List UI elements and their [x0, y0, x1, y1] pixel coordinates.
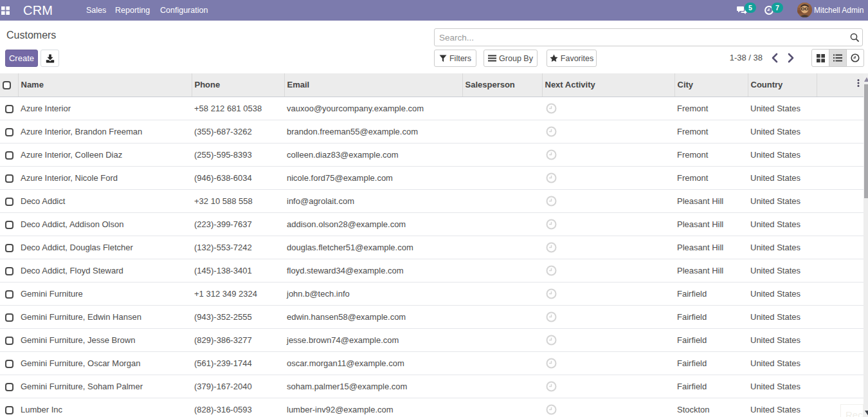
row-checkbox[interactable]: [5, 267, 14, 275]
cell-phone[interactable]: (145)-138-3401: [192, 259, 284, 282]
apps-menu-button[interactable]: [0, 0, 18, 21]
activity-view-button[interactable]: [846, 49, 864, 67]
cell-email[interactable]: john.b@tech.info: [284, 282, 462, 305]
cell-name[interactable]: Gemini Furniture: [18, 282, 192, 305]
cell-country[interactable]: United States: [748, 143, 817, 166]
cell-salesperson[interactable]: [462, 212, 542, 236]
table-row[interactable]: Lumber Inc (828)-316-0593 lumber-inv92@e…: [0, 398, 864, 417]
cell-salesperson[interactable]: [462, 328, 542, 351]
row-checkbox[interactable]: [5, 174, 14, 183]
cell-salesperson[interactable]: [462, 398, 542, 417]
search-icon[interactable]: [850, 33, 860, 45]
cell-salesperson[interactable]: [462, 305, 542, 328]
cell-phone[interactable]: +58 212 681 0538: [192, 97, 284, 120]
cell-city[interactable]: Fremont: [674, 166, 748, 189]
cell-salesperson[interactable]: [462, 143, 542, 166]
row-checkbox[interactable]: [5, 383, 14, 391]
column-header-city[interactable]: City: [674, 73, 748, 97]
cell-salesperson[interactable]: [462, 189, 542, 212]
cell-city[interactable]: Fairfield: [674, 375, 748, 398]
cell-country[interactable]: United States: [748, 282, 817, 305]
table-row[interactable]: Azure Interior +58 212 681 0538 vauxoo@y…: [0, 97, 864, 120]
column-header-phone[interactable]: Phone: [192, 73, 284, 97]
cell-country[interactable]: United States: [748, 351, 817, 375]
table-row[interactable]: Gemini Furniture, Edwin Hansen (943)-352…: [0, 305, 864, 328]
row-checkbox[interactable]: [5, 128, 14, 136]
cell-next-activity[interactable]: [542, 120, 674, 143]
cell-city[interactable]: Fairfield: [674, 282, 748, 305]
kanban-view-button[interactable]: [811, 49, 829, 67]
cell-name[interactable]: Gemini Furniture, Soham Palmer: [18, 375, 192, 398]
filters-button[interactable]: Filters: [434, 50, 476, 67]
column-header-salesperson[interactable]: Salesperson: [462, 73, 542, 97]
cell-next-activity[interactable]: [542, 375, 674, 398]
column-header-next-activity[interactable]: Next Activity: [542, 73, 674, 97]
row-checkbox[interactable]: [5, 198, 14, 206]
group-by-button[interactable]: Group By: [484, 50, 538, 67]
row-checkbox[interactable]: [5, 313, 14, 322]
select-all-checkbox[interactable]: [3, 81, 11, 89]
table-row[interactable]: Gemini Furniture, Jesse Brown (829)-386-…: [0, 328, 864, 351]
cell-city[interactable]: Pleasant Hill: [674, 189, 748, 212]
cell-city[interactable]: Fremont: [674, 143, 748, 166]
cell-phone[interactable]: (829)-386-3277: [192, 328, 284, 351]
cell-phone[interactable]: (943)-352-2555: [192, 305, 284, 328]
nav-menu-configuration[interactable]: Configuration: [160, 0, 208, 21]
table-row[interactable]: Deco Addict, Addison Olson (223)-399-763…: [0, 212, 864, 236]
cell-email[interactable]: jesse.brown74@example.com: [284, 328, 462, 351]
user-avatar[interactable]: [797, 3, 812, 17]
cell-city[interactable]: Pleasant Hill: [674, 212, 748, 236]
cell-phone[interactable]: (946)-638-6034: [192, 166, 284, 189]
cell-city[interactable]: Pleasant Hill: [674, 259, 748, 282]
cell-country[interactable]: United States: [748, 189, 817, 212]
cell-phone[interactable]: (255)-595-8393: [192, 143, 284, 166]
cell-phone[interactable]: +1 312 349 2324: [192, 282, 284, 305]
nav-menu-sales[interactable]: Sales: [86, 0, 106, 21]
cell-email[interactable]: info@agrolait.com: [284, 189, 462, 212]
cell-next-activity[interactable]: [542, 351, 674, 375]
cell-next-activity[interactable]: [542, 328, 674, 351]
cell-email[interactable]: colleen.diaz83@example.com: [284, 143, 462, 166]
table-row[interactable]: Deco Addict, Douglas Fletcher (132)-553-…: [0, 236, 864, 259]
list-view-button[interactable]: [829, 49, 847, 67]
activities-count-badge[interactable]: 7: [772, 3, 783, 13]
cell-country[interactable]: United States: [748, 398, 817, 417]
cell-next-activity[interactable]: [542, 398, 674, 417]
cell-salesperson[interactable]: [462, 259, 542, 282]
cell-country[interactable]: United States: [748, 328, 817, 351]
table-row[interactable]: Deco Addict, Floyd Steward (145)-138-340…: [0, 259, 864, 282]
cell-phone[interactable]: (355)-687-3262: [192, 120, 284, 143]
export-button[interactable]: [41, 50, 59, 67]
cell-name[interactable]: Deco Addict: [18, 189, 192, 212]
cell-email[interactable]: soham.palmer15@example.com: [284, 375, 462, 398]
cell-phone[interactable]: (828)-316-0593: [192, 398, 284, 417]
scrollbar-up-arrow[interactable]: [864, 77, 868, 82]
cell-email[interactable]: edwin.hansen58@example.com: [284, 305, 462, 328]
cell-country[interactable]: United States: [748, 236, 817, 259]
cell-next-activity[interactable]: [542, 189, 674, 212]
cell-country[interactable]: United States: [748, 375, 817, 398]
cell-city[interactable]: Fairfield: [674, 328, 748, 351]
nav-menu-reporting[interactable]: Reporting: [115, 0, 150, 21]
cell-name[interactable]: Azure Interior, Colleen Diaz: [18, 143, 192, 166]
cell-name[interactable]: Azure Interior, Nicole Ford: [18, 166, 192, 189]
cell-country[interactable]: United States: [748, 305, 817, 328]
cell-country[interactable]: United States: [748, 212, 817, 236]
cell-email[interactable]: lumber-inv92@example.com: [284, 398, 462, 417]
table-row[interactable]: Gemini Furniture +1 312 349 2324 john.b@…: [0, 282, 864, 305]
cell-country[interactable]: United States: [748, 259, 817, 282]
cell-country[interactable]: United States: [748, 97, 817, 120]
cell-name[interactable]: Azure Interior: [18, 97, 192, 120]
cell-name[interactable]: Gemini Furniture, Oscar Morgan: [18, 351, 192, 375]
column-header-email[interactable]: Email: [284, 73, 462, 97]
row-checkbox[interactable]: [5, 406, 14, 414]
row-checkbox[interactable]: [5, 244, 14, 252]
cell-city[interactable]: Fremont: [674, 97, 748, 120]
column-header-name[interactable]: Name: [18, 73, 192, 97]
cell-next-activity[interactable]: [542, 212, 674, 236]
cell-country[interactable]: United States: [748, 166, 817, 189]
cell-email[interactable]: oscar.morgan11@example.com: [284, 351, 462, 375]
cell-name[interactable]: Gemini Furniture, Edwin Hansen: [18, 305, 192, 328]
create-button[interactable]: Create: [5, 50, 38, 67]
optional-columns-toggle[interactable]: [857, 78, 863, 88]
